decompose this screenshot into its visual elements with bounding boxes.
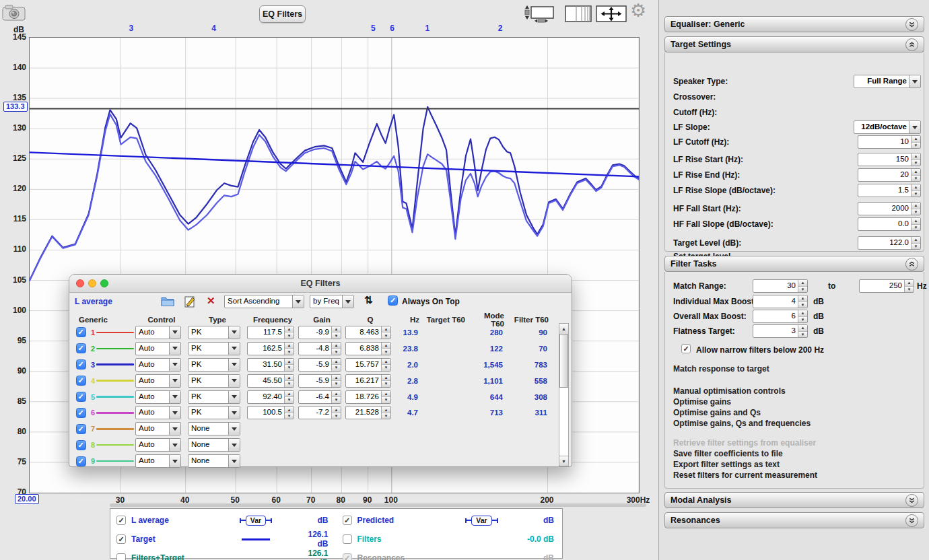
edit-filters-icon[interactable] (184, 295, 196, 308)
delete-filters-icon[interactable]: ✕ (207, 295, 215, 307)
filter-task-action[interactable]: Save filter coefficients to file (673, 448, 817, 459)
lf-rise-start-spinner[interactable]: 150 ▲▼ (858, 153, 921, 166)
spinner-arrows-icon[interactable]: ▲▼ (284, 375, 294, 387)
type-select[interactable]: PK (188, 390, 240, 404)
expand-section-icon[interactable] (905, 494, 918, 507)
trace-visibility-checkbox[interactable] (116, 553, 126, 560)
spinner-arrows-icon[interactable]: ▲▼ (284, 359, 294, 371)
gain-spinner[interactable]: -9.9▲▼ (298, 326, 341, 339)
filter-enabled-checkbox[interactable]: ✓ (76, 440, 86, 450)
spinner-arrows-icon[interactable]: ▲▼ (798, 325, 807, 337)
frequency-spinner[interactable]: 162.5▲▼ (247, 342, 294, 355)
filter-task-action[interactable]: Optimise gains, Qs and frequencies (673, 418, 811, 429)
sort-order-select[interactable]: Sort Ascending (224, 295, 304, 308)
speaker-type-select[interactable]: Full Range (854, 75, 921, 88)
spinner-arrows-icon[interactable]: ▲▼ (381, 407, 390, 419)
spinner-arrows-icon[interactable]: ▲▼ (331, 391, 341, 403)
spinner-arrows-icon[interactable]: ▲▼ (904, 280, 914, 292)
always-on-top-checkbox[interactable]: ✓ (388, 295, 398, 306)
spinner-arrows-icon[interactable]: ▲▼ (284, 343, 294, 355)
filter-enabled-checkbox[interactable]: ✓ (76, 327, 86, 337)
graph-limits-icon[interactable] (523, 5, 555, 23)
filter-frequency-marker[interactable]: 6 (385, 24, 400, 33)
filter-task-action[interactable]: Optimise gains (673, 396, 811, 407)
section-modal-analysis[interactable]: Modal Analysis (664, 492, 924, 508)
q-spinner[interactable]: 15.757▲▼ (345, 358, 391, 372)
filter-enabled-checkbox[interactable]: ✓ (76, 456, 86, 466)
spinner-arrows-icon[interactable]: ▲▼ (381, 391, 390, 403)
spinner-arrows-icon[interactable]: ▲▼ (284, 391, 294, 403)
frequency-spinner[interactable]: 31.50▲▼ (247, 358, 294, 372)
minimize-window-icon[interactable] (88, 279, 96, 287)
var-badge[interactable]: Var (442, 516, 522, 526)
filter-task-action[interactable]: Reset filters for current measurement (673, 470, 817, 481)
spinner-arrows-icon[interactable]: ▲▼ (331, 343, 341, 355)
frequency-grid-icon[interactable] (564, 5, 592, 23)
hf-fall-slope-spinner[interactable]: 0.0 ▲▼ (858, 217, 921, 231)
spinner-arrows-icon[interactable]: ▲▼ (798, 310, 807, 322)
spinner-arrows-icon[interactable]: ▲▼ (331, 326, 341, 339)
close-window-icon[interactable] (76, 279, 84, 287)
trace-visibility-checkbox[interactable]: ✓ (343, 516, 352, 525)
type-select[interactable]: None (188, 422, 240, 435)
type-select[interactable]: PK (188, 406, 240, 419)
control-select[interactable]: Auto (135, 438, 181, 452)
allow-narrow-filters-checkbox[interactable]: ✓ (681, 344, 691, 353)
spinner-arrows-icon[interactable]: ▲▼ (284, 326, 294, 339)
gain-spinner[interactable]: -4.8▲▼ (298, 342, 341, 355)
spinner-arrows-icon[interactable]: ▲▼ (381, 326, 390, 339)
spinner-arrows-icon[interactable]: ▲▼ (331, 375, 341, 387)
control-select[interactable]: Auto (135, 454, 181, 468)
flatness-target-spinner[interactable]: 3 ▲▼ (753, 324, 808, 338)
filter-task-action[interactable]: Export filter settings as text (673, 459, 817, 470)
capture-icon[interactable] (2, 3, 26, 22)
gain-spinner[interactable]: -5.9▲▼ (298, 374, 341, 388)
filter-enabled-checkbox[interactable]: ✓ (76, 408, 86, 418)
frequency-spinner[interactable]: 92.40▲▼ (247, 390, 294, 404)
spinner-arrows-icon[interactable]: ▲▼ (331, 407, 341, 419)
type-select[interactable]: None (188, 454, 240, 468)
collapse-section-icon[interactable] (905, 258, 918, 271)
overall-max-boost-spinner[interactable]: 6 ▲▼ (753, 310, 808, 323)
control-select[interactable]: Auto (135, 422, 181, 435)
section-filter-tasks[interactable]: Filter Tasks (664, 256, 924, 272)
filter-task-action[interactable]: Manual optimisation controls (673, 386, 811, 396)
pan-icon[interactable] (595, 5, 627, 23)
lf-cutoff-spinner[interactable]: 10 ▲▼ (858, 135, 921, 149)
filter-frequency-marker[interactable]: 5 (366, 24, 380, 33)
frequency-spinner[interactable]: 45.50▲▼ (247, 374, 294, 388)
type-select[interactable]: PK (188, 358, 240, 372)
type-select[interactable]: PK (188, 374, 240, 388)
spinner-arrows-icon[interactable]: ▲▼ (911, 203, 920, 215)
q-spinner[interactable]: 8.463▲▼ (345, 326, 391, 339)
type-select[interactable]: None (188, 438, 240, 452)
match-response-action[interactable]: Match response to target (673, 363, 769, 374)
spinner-arrows-icon[interactable]: ▲▼ (911, 218, 920, 230)
control-select[interactable]: Auto (135, 358, 181, 372)
eq-filters-button[interactable]: EQ Filters (259, 5, 306, 23)
type-select[interactable]: PK (188, 342, 240, 355)
reorder-filters-icon[interactable]: ⇅ (364, 294, 373, 306)
control-select[interactable]: Auto (135, 406, 181, 419)
q-spinner[interactable]: 16.217▲▼ (345, 374, 391, 388)
lf-rise-slope-spinner[interactable]: 1.5 ▲▼ (858, 184, 921, 197)
control-select[interactable]: Auto (135, 326, 181, 339)
spinner-arrows-icon[interactable]: ▲▼ (331, 359, 341, 371)
expand-section-icon[interactable] (905, 514, 918, 527)
spinner-arrows-icon[interactable]: ▲▼ (284, 407, 294, 419)
control-select[interactable]: Auto (135, 342, 181, 355)
spinner-arrows-icon[interactable]: ▲▼ (911, 153, 920, 166)
section-equaliser[interactable]: Equaliser: Generic (664, 16, 924, 32)
expand-section-icon[interactable] (905, 18, 918, 31)
zoom-window-icon[interactable] (100, 279, 108, 287)
frequency-spinner[interactable]: 117.5▲▼ (247, 326, 294, 339)
gain-spinner[interactable]: -5.9▲▼ (298, 358, 341, 372)
open-folder-icon[interactable] (161, 295, 174, 307)
filter-frequency-marker[interactable]: 4 (207, 24, 221, 33)
gain-spinner[interactable]: -7.2▲▼ (298, 406, 341, 419)
spinner-arrows-icon[interactable]: ▲▼ (911, 237, 920, 249)
spinner-arrows-icon[interactable]: ▲▼ (911, 169, 920, 181)
spinner-arrows-icon[interactable]: ▲▼ (798, 295, 807, 308)
match-range-to-spinner[interactable]: 250 ▲▼ (859, 279, 914, 293)
filter-enabled-checkbox[interactable]: ✓ (76, 392, 86, 402)
